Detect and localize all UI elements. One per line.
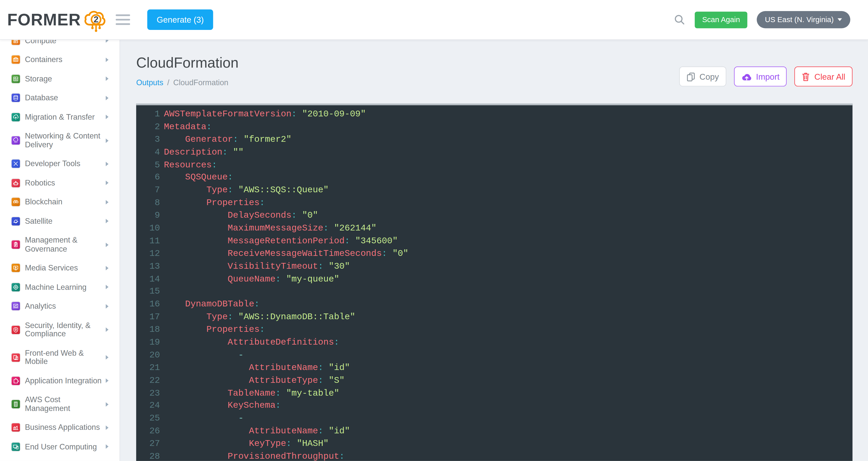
code-line: 11 MessageRetentionPeriod: "345600" — [136, 235, 852, 247]
storage-icon — [11, 75, 20, 83]
clear-all-button[interactable]: Clear All — [795, 66, 852, 86]
sidebar-item-application-integration[interactable]: Application Integration — [0, 371, 120, 391]
sidebar-item-label: End User Computing — [25, 442, 103, 451]
region-selector[interactable]: US East (N. Virginia) — [756, 11, 850, 28]
code-line: 8 Properties: — [136, 197, 852, 209]
breadcrumb-link-outputs[interactable]: Outputs — [136, 78, 163, 87]
satellite-icon — [11, 217, 20, 225]
line-number: 7 — [136, 184, 160, 197]
line-number: 19 — [136, 336, 160, 349]
code-line: 5Resources: — [136, 159, 852, 171]
sidebar-item-blockchain[interactable]: Blockchain — [0, 193, 120, 212]
sidebar-item-containers[interactable]: Containers — [0, 50, 120, 69]
code-line: 26 AttributeName: "id" — [136, 425, 852, 438]
sidebar-item-management-governance[interactable]: Management & Governance — [0, 231, 120, 258]
frontend-icon — [11, 353, 20, 362]
sidebar-category-list: ComputeContainersStorageDatabaseMigratio… — [0, 31, 120, 456]
logo-cloud-icon: 2 — [82, 6, 110, 33]
code-line: 27 KeyType: "HASH" — [136, 438, 852, 451]
chevron-right-icon — [106, 200, 108, 204]
code-line: 25 - — [136, 412, 852, 425]
sidebar-item-robotics[interactable]: Robotics — [0, 173, 120, 193]
code-line: 4Description: "" — [136, 146, 852, 159]
code-line: 20 - — [136, 349, 852, 362]
line-number: 18 — [136, 323, 160, 336]
logo-number: 2 — [94, 14, 98, 24]
sidebar-item-label: Business Applications — [25, 423, 103, 432]
search-icon[interactable] — [674, 14, 685, 25]
sidebar-item-label: AWS Cost Management — [25, 396, 103, 413]
line-number: 14 — [136, 273, 160, 286]
import-button[interactable]: Import — [734, 66, 787, 86]
line-number: 20 — [136, 349, 160, 362]
management-icon — [11, 240, 20, 249]
robotics-icon — [11, 179, 20, 187]
sidebar-item-developer-tools[interactable]: Developer Tools — [0, 154, 120, 173]
code-line: 9 DelaySeconds: "0" — [136, 209, 852, 222]
code-line: 21 AttributeName: "id" — [136, 362, 852, 374]
networking-icon — [11, 136, 20, 145]
sidebar-item-satellite[interactable]: Satellite — [0, 212, 120, 231]
sidebar-item-label: Front-end Web & Mobile — [25, 349, 103, 366]
line-number: 12 — [136, 248, 160, 260]
sidebar-item-business-applications[interactable]: Business Applications — [0, 418, 120, 437]
line-number: 9 — [136, 209, 160, 222]
sidebar-item-label: Security, Identity, & Compliance — [25, 321, 103, 338]
page-header: CloudFormation Outputs/CloudFormation Co… — [136, 54, 852, 87]
sidebar-item-migration-transfer[interactable]: Migration & Transfer — [0, 108, 120, 127]
code-line: 3 Generator: "former2" — [136, 134, 852, 146]
sidebar: ComputeContainersStorageDatabaseMigratio… — [0, 0, 120, 461]
cloudformation-yaml-output[interactable]: 1AWSTemplateFormatVersion: "2010-09-09"2… — [136, 105, 852, 461]
logo-text: FORMER — [7, 0, 81, 40]
sidebar-item-label: Satellite — [25, 217, 103, 226]
sidebar-item-analytics[interactable]: Analytics — [0, 297, 120, 316]
sidebar-item-label: Machine Learning — [25, 283, 103, 291]
sidebar-item-database[interactable]: Database — [0, 88, 120, 108]
generate-button[interactable]: Generate (3) — [147, 9, 213, 30]
chevron-right-icon — [106, 379, 108, 383]
sidebar-item-label: Media Services — [25, 264, 103, 272]
code-line: 6 SQSQueue: — [136, 171, 852, 184]
code-editor[interactable]: 1AWSTemplateFormatVersion: "2010-09-09"2… — [136, 104, 852, 461]
code-line: 24 KeySchema: — [136, 400, 852, 412]
line-number: 21 — [136, 362, 160, 374]
sidebar-item-label: Migration & Transfer — [25, 113, 103, 121]
line-number: 24 — [136, 400, 160, 412]
chevron-right-icon — [106, 58, 108, 62]
analytics-icon — [11, 302, 20, 311]
clear-all-label: Clear All — [814, 71, 845, 81]
scan-again-button[interactable]: Scan Again — [695, 11, 747, 28]
sidebar-item-storage[interactable]: Storage — [0, 69, 120, 88]
sidebar-item-aws-cost-management[interactable]: AWS Cost Management — [0, 391, 120, 418]
line-number: 5 — [136, 159, 160, 171]
caret-down-icon — [838, 18, 842, 21]
sidebar-item-front-end-web-mobile[interactable]: Front-end Web & Mobile — [0, 344, 120, 371]
sidebar-item-security-identity-compliance[interactable]: Security, Identity, & Compliance — [0, 316, 120, 343]
chevron-right-icon — [106, 242, 108, 247]
sidebar-item-end-user-computing[interactable]: End User Computing — [0, 437, 120, 456]
line-number: 17 — [136, 311, 160, 323]
code-line: 23 TableName: "my-table" — [136, 387, 852, 400]
former2-logo[interactable]: FORMER 2 — [7, 0, 110, 40]
page-title: CloudFormation — [136, 54, 239, 71]
sidebar-item-media-services[interactable]: Media Services — [0, 258, 120, 278]
hamburger-menu-icon[interactable] — [116, 14, 130, 25]
line-number: 1 — [136, 108, 160, 121]
code-line: 16 DynamoDBTable: — [136, 298, 852, 311]
line-number: 8 — [136, 197, 160, 209]
region-label: US East (N. Virginia) — [765, 16, 834, 24]
sidebar-item-label: Developer Tools — [25, 160, 103, 168]
sidebar-item-networking-content-delivery[interactable]: Networking & Content Delivery — [0, 127, 120, 154]
chevron-right-icon — [106, 402, 108, 406]
chevron-right-icon — [106, 138, 108, 143]
copy-button[interactable]: Copy — [679, 66, 726, 86]
chevron-right-icon — [106, 219, 108, 224]
code-line: 19 AttributeDefinitions: — [136, 336, 852, 349]
line-number: 15 — [136, 286, 160, 298]
line-number: 11 — [136, 235, 160, 247]
business-icon — [11, 423, 20, 432]
sidebar-item-machine-learning[interactable]: Machine Learning — [0, 278, 120, 297]
navbar: FORMER 2 Generate (3) Scan Again US East… — [0, 0, 868, 40]
chevron-right-icon — [106, 96, 108, 100]
chevron-right-icon — [106, 425, 108, 430]
